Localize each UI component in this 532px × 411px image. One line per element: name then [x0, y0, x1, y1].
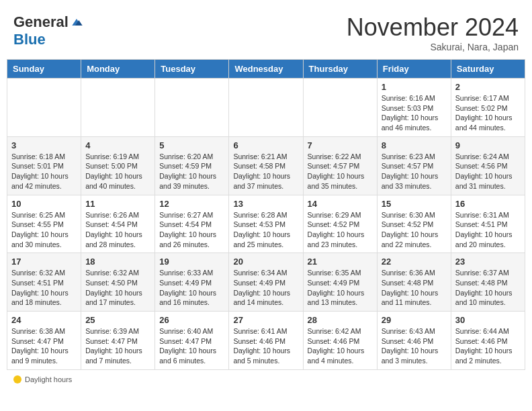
calendar-header-monday: Monday	[81, 60, 155, 79]
title-section: November 2024 Sakurai, Nara, Japan	[347, 13, 519, 52]
calendar-cell: 1Sunrise: 6:16 AM Sunset: 5:03 PM Daylig…	[377, 79, 451, 137]
day-number: 12	[159, 199, 224, 209]
calendar-cell: 22Sunrise: 6:36 AM Sunset: 4:48 PM Dayli…	[377, 253, 451, 312]
calendar-week-row: 17Sunrise: 6:32 AM Sunset: 4:51 PM Dayli…	[7, 253, 525, 312]
day-info: Sunrise: 6:30 AM Sunset: 4:52 PM Dayligh…	[382, 210, 447, 250]
day-number: 8	[382, 140, 447, 150]
calendar-table: SundayMondayTuesdayWednesdayThursdayFrid…	[7, 59, 525, 370]
day-number: 14	[308, 199, 373, 209]
day-info: Sunrise: 6:17 AM Sunset: 5:02 PM Dayligh…	[455, 93, 521, 133]
day-info: Sunrise: 6:43 AM Sunset: 4:46 PM Dayligh…	[382, 326, 447, 366]
calendar-cell: 11Sunrise: 6:26 AM Sunset: 4:54 PM Dayli…	[81, 195, 155, 253]
day-number: 25	[85, 315, 150, 325]
calendar-cell	[303, 79, 377, 137]
day-info: Sunrise: 6:24 AM Sunset: 4:56 PM Dayligh…	[455, 152, 521, 191]
day-number: 3	[11, 140, 77, 150]
calendar-cell	[155, 79, 229, 137]
day-info: Sunrise: 6:41 AM Sunset: 4:46 PM Dayligh…	[233, 326, 298, 366]
day-info: Sunrise: 6:20 AM Sunset: 4:59 PM Dayligh…	[159, 152, 224, 191]
day-number: 2	[455, 82, 521, 92]
day-number: 13	[233, 199, 298, 209]
day-number: 29	[382, 315, 447, 325]
calendar-cell: 28Sunrise: 6:42 AM Sunset: 4:46 PM Dayli…	[303, 312, 377, 370]
calendar-cell	[81, 79, 155, 137]
calendar-cell: 21Sunrise: 6:35 AM Sunset: 4:49 PM Dayli…	[303, 253, 377, 312]
calendar-week-row: 3Sunrise: 6:18 AM Sunset: 5:01 PM Daylig…	[7, 136, 525, 195]
calendar-cell: 2Sunrise: 6:17 AM Sunset: 5:02 PM Daylig…	[451, 79, 525, 137]
calendar-header-row: SundayMondayTuesdayWednesdayThursdayFrid…	[7, 60, 525, 79]
legend-daylight-label: Daylight hours	[25, 375, 72, 383]
day-number: 11	[85, 199, 150, 209]
calendar-cell: 17Sunrise: 6:32 AM Sunset: 4:51 PM Dayli…	[7, 253, 81, 312]
day-number: 23	[455, 257, 521, 267]
day-number: 10	[11, 199, 77, 209]
calendar-cell: 12Sunrise: 6:27 AM Sunset: 4:54 PM Dayli…	[155, 195, 229, 253]
day-number: 20	[233, 257, 298, 267]
day-number: 16	[455, 199, 521, 209]
day-number: 27	[233, 315, 298, 325]
logo-blue-text: Blue	[13, 31, 46, 48]
logo-general-text: General	[13, 13, 69, 31]
day-info: Sunrise: 6:37 AM Sunset: 4:48 PM Dayligh…	[455, 268, 521, 308]
day-info: Sunrise: 6:38 AM Sunset: 4:47 PM Dayligh…	[11, 326, 77, 366]
day-number: 17	[11, 257, 77, 267]
day-number: 6	[233, 140, 298, 150]
calendar-week-row: 1Sunrise: 6:16 AM Sunset: 5:03 PM Daylig…	[7, 79, 525, 137]
calendar-cell: 15Sunrise: 6:30 AM Sunset: 4:52 PM Dayli…	[377, 195, 451, 253]
day-number: 18	[85, 257, 150, 267]
day-info: Sunrise: 6:31 AM Sunset: 4:51 PM Dayligh…	[455, 210, 521, 250]
day-number: 1	[382, 82, 447, 92]
calendar-cell: 9Sunrise: 6:24 AM Sunset: 4:56 PM Daylig…	[451, 136, 525, 195]
calendar-cell: 4Sunrise: 6:19 AM Sunset: 5:00 PM Daylig…	[81, 136, 155, 195]
calendar-cell: 27Sunrise: 6:41 AM Sunset: 4:46 PM Dayli…	[229, 312, 303, 370]
calendar-cell: 18Sunrise: 6:32 AM Sunset: 4:50 PM Dayli…	[81, 253, 155, 312]
day-number: 21	[308, 257, 373, 267]
calendar-cell: 29Sunrise: 6:43 AM Sunset: 4:46 PM Dayli…	[377, 312, 451, 370]
calendar-cell: 13Sunrise: 6:28 AM Sunset: 4:53 PM Dayli…	[229, 195, 303, 253]
calendar-header-friday: Friday	[377, 60, 451, 79]
day-number: 26	[159, 315, 224, 325]
logo-icon	[70, 15, 83, 29]
day-number: 24	[11, 315, 77, 325]
day-info: Sunrise: 6:28 AM Sunset: 4:53 PM Dayligh…	[233, 210, 298, 250]
calendar-header-tuesday: Tuesday	[155, 60, 229, 79]
day-number: 4	[85, 140, 150, 150]
day-number: 22	[382, 257, 447, 267]
day-info: Sunrise: 6:26 AM Sunset: 4:54 PM Dayligh…	[85, 210, 150, 250]
day-info: Sunrise: 6:36 AM Sunset: 4:48 PM Dayligh…	[382, 268, 447, 308]
day-info: Sunrise: 6:16 AM Sunset: 5:03 PM Dayligh…	[382, 93, 447, 133]
calendar-cell	[7, 79, 81, 137]
calendar-cell: 14Sunrise: 6:29 AM Sunset: 4:52 PM Dayli…	[303, 195, 377, 253]
calendar-cell	[229, 79, 303, 137]
logo: General Blue	[13, 13, 83, 48]
day-info: Sunrise: 6:22 AM Sunset: 4:57 PM Dayligh…	[308, 152, 373, 191]
calendar-cell: 7Sunrise: 6:22 AM Sunset: 4:57 PM Daylig…	[303, 136, 377, 195]
calendar-header-sunday: Sunday	[7, 60, 81, 79]
day-info: Sunrise: 6:40 AM Sunset: 4:47 PM Dayligh…	[159, 326, 224, 366]
day-info: Sunrise: 6:32 AM Sunset: 4:50 PM Dayligh…	[85, 268, 150, 308]
day-info: Sunrise: 6:25 AM Sunset: 4:55 PM Dayligh…	[11, 210, 77, 250]
location-text: Sakurai, Nara, Japan	[347, 42, 519, 52]
day-info: Sunrise: 6:33 AM Sunset: 4:49 PM Dayligh…	[159, 268, 224, 308]
calendar-cell: 25Sunrise: 6:39 AM Sunset: 4:47 PM Dayli…	[81, 312, 155, 370]
calendar-cell: 24Sunrise: 6:38 AM Sunset: 4:47 PM Dayli…	[7, 312, 81, 370]
calendar-cell: 6Sunrise: 6:21 AM Sunset: 4:58 PM Daylig…	[229, 136, 303, 195]
day-info: Sunrise: 6:39 AM Sunset: 4:47 PM Dayligh…	[85, 326, 150, 366]
day-info: Sunrise: 6:21 AM Sunset: 4:58 PM Dayligh…	[233, 152, 298, 191]
legend: Daylight hours	[7, 370, 525, 389]
day-number: 9	[455, 140, 521, 150]
day-number: 5	[159, 140, 224, 150]
legend-daylight: Daylight hours	[13, 375, 72, 383]
day-number: 28	[308, 315, 373, 325]
day-number: 19	[159, 257, 224, 267]
day-info: Sunrise: 6:18 AM Sunset: 5:01 PM Dayligh…	[11, 152, 77, 191]
month-title: November 2024	[347, 13, 519, 42]
day-info: Sunrise: 6:27 AM Sunset: 4:54 PM Dayligh…	[159, 210, 224, 250]
day-info: Sunrise: 6:35 AM Sunset: 4:49 PM Dayligh…	[308, 268, 373, 308]
day-info: Sunrise: 6:29 AM Sunset: 4:52 PM Dayligh…	[308, 210, 373, 250]
day-info: Sunrise: 6:19 AM Sunset: 5:00 PM Dayligh…	[85, 152, 150, 191]
calendar-cell: 3Sunrise: 6:18 AM Sunset: 5:01 PM Daylig…	[7, 136, 81, 195]
page-header: General Blue November 2024 Sakurai, Nara…	[7, 7, 525, 56]
day-number: 15	[382, 199, 447, 209]
day-info: Sunrise: 6:42 AM Sunset: 4:46 PM Dayligh…	[308, 326, 373, 366]
